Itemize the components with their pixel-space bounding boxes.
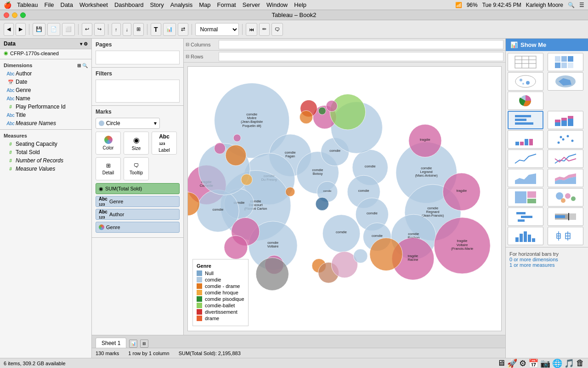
bubble-17[interactable] — [443, 173, 481, 211]
menu-help[interactable]: Help — [294, 1, 306, 8]
taskbar-icon-misc1[interactable]: ⚙ — [519, 358, 526, 368]
toolbar-chart-type[interactable]: 📊 — [163, 23, 176, 36]
search-icon[interactable]: 🔍 — [568, 2, 575, 8]
toolbar-undo[interactable]: ↩ — [82, 23, 92, 36]
marks-field-total-sold[interactable]: ◉ SUM(Total Sold) — [96, 183, 180, 194]
menu-tableau[interactable]: Tableau — [17, 1, 38, 8]
close-button[interactable] — [4, 12, 9, 18]
bubble-26[interactable] — [330, 94, 365, 130]
field-total-sold[interactable]: # Total Sold — [0, 148, 91, 156]
menu-server[interactable]: Server — [243, 1, 260, 8]
chart-btn-box-plot[interactable] — [548, 227, 583, 245]
toolbar-redo[interactable]: ↪ — [94, 23, 105, 36]
marks-field-genre-color[interactable]: Genre — [96, 222, 180, 233]
bubble-46[interactable] — [354, 249, 368, 263]
marks-detail-btn[interactable]: ⊞ Detail — [96, 157, 121, 180]
menu-extra-icon[interactable]: ☰ — [579, 2, 584, 8]
marks-size-btn[interactable]: ◉ Size — [124, 132, 149, 155]
chart-btn-text-table[interactable] — [508, 53, 543, 71]
field-author[interactable]: Abc Author — [0, 69, 91, 78]
bubble-43[interactable] — [326, 100, 337, 111]
bubble-39[interactable] — [226, 145, 246, 166]
menu-file[interactable]: File — [45, 1, 54, 8]
menu-map[interactable]: Map — [199, 1, 210, 8]
marks-label-btn[interactable]: Abc123 Label — [152, 132, 177, 155]
taskbar-icon-trash[interactable]: 🗑 — [576, 358, 584, 368]
viz-canvas-area[interactable]: comdieMolire(Jean-BaptistePoquelin dit)c… — [187, 66, 502, 331]
chart-btn-line[interactable] — [508, 150, 543, 168]
rows-content[interactable] — [219, 52, 503, 61]
bubble-33[interactable] — [256, 258, 288, 290]
taskbar-icon-misc5[interactable]: 🎵 — [564, 358, 574, 368]
field-genre[interactable]: Abc Genre — [0, 86, 91, 94]
bubble-28[interactable] — [300, 110, 313, 124]
chart-btn-bullet[interactable] — [548, 207, 583, 226]
marks-tooltip-btn[interactable]: 🗨 Tooltip — [124, 157, 149, 180]
new-sheet-btn[interactable]: 📊 — [129, 339, 137, 348]
toolbar-tooltip-btn[interactable]: 🗨 — [271, 23, 283, 36]
chart-btn-treemap[interactable] — [508, 188, 543, 207]
menu-window[interactable]: Window — [266, 1, 288, 8]
maximize-button[interactable] — [20, 12, 26, 18]
toolbar-sort-desc[interactable]: ↓ — [123, 23, 132, 36]
toolbar-save[interactable]: 💾 — [33, 23, 45, 36]
chart-btn-scatter[interactable] — [548, 130, 583, 149]
chart-btn-area[interactable] — [508, 169, 543, 187]
chart-btn-circle-view[interactable] — [548, 188, 583, 207]
toolbar-annotate[interactable]: ✏ — [259, 23, 270, 36]
menu-dashboard[interactable]: Dashboard — [114, 1, 144, 8]
toolbar-back[interactable]: ◀ — [4, 23, 14, 36]
apple-menu[interactable]: 🍎 — [4, 1, 11, 9]
chart-btn-dual-line[interactable] — [548, 150, 583, 168]
pages-shelf[interactable] — [96, 51, 180, 64]
field-name[interactable]: Abc Name — [0, 94, 91, 103]
field-date[interactable]: 📅 Date — [0, 78, 91, 86]
chart-btn-stacked-area[interactable] — [548, 169, 583, 187]
chart-btn-filled-map[interactable] — [548, 72, 583, 91]
chart-btn-symbol-map[interactable] — [508, 72, 543, 91]
rows-shelf[interactable]: ⊟ Rows — [184, 51, 505, 63]
menu-worksheet[interactable]: Worksheet — [79, 1, 108, 8]
bubble-29[interactable] — [241, 174, 252, 185]
bubble-19[interactable] — [434, 218, 490, 274]
field-measure-values[interactable]: # Measure Values — [0, 165, 91, 173]
field-num-records[interactable]: # Number of Records — [0, 156, 91, 165]
menu-analysis[interactable]: Analysis — [170, 1, 192, 8]
chart-btn-pie[interactable] — [508, 92, 543, 110]
marks-color-btn[interactable]: Color — [96, 132, 121, 155]
chart-btn-histogram[interactable] — [508, 227, 543, 245]
chart-btn-gantt[interactable] — [508, 207, 543, 226]
field-play-perf-id[interactable]: # Play Performance Id — [0, 103, 91, 111]
bubble-38[interactable] — [285, 187, 294, 196]
filters-shelf[interactable] — [96, 80, 180, 103]
marks-type-dropdown[interactable]: Circle ▾ — [96, 118, 160, 129]
menu-format[interactable]: Format — [217, 1, 236, 8]
toolbar-new[interactable]: 📄 — [47, 23, 60, 36]
chart-btn-stacked-bar[interactable] — [548, 111, 583, 129]
field-title[interactable]: Abc Title — [0, 111, 91, 119]
bubble-41[interactable] — [214, 143, 225, 154]
marks-field-author[interactable]: Abc123 Author — [96, 209, 180, 220]
marks-field-genre1[interactable]: Abc123 Genre — [96, 196, 180, 207]
columns-content[interactable] — [219, 40, 503, 49]
view-mode-dropdown[interactable]: Normal Entire View Fit Width Fit Height — [195, 23, 239, 36]
new-dashboard-btn[interactable]: ⊞ — [140, 339, 148, 348]
toolbar-duplicate[interactable]: ⬜ — [62, 23, 75, 36]
menu-data[interactable]: Data — [61, 1, 73, 8]
menu-story[interactable]: Story — [150, 1, 164, 8]
bubble-16[interactable] — [409, 124, 441, 157]
taskbar-icon-launchpad[interactable]: 🚀 — [507, 358, 517, 368]
data-source-item[interactable]: ◉ CFRP-1770s-cleaned — [0, 49, 91, 57]
toolbar-forward[interactable]: ▶ — [16, 23, 26, 36]
bubble-44[interactable] — [318, 107, 326, 115]
bubble-31[interactable] — [224, 236, 248, 259]
toolbar-sort-asc[interactable]: ↑ — [112, 23, 121, 36]
bubble-45[interactable] — [370, 238, 402, 270]
toolbar-swap[interactable]: ⇄ — [178, 23, 188, 36]
sheet-tab-1[interactable]: Sheet 1 — [96, 338, 126, 348]
field-seating-cap[interactable]: # Seating Capacity — [0, 140, 91, 148]
taskbar-icon-misc4[interactable]: 🌐 — [552, 358, 562, 368]
taskbar-icon-misc3[interactable]: 📷 — [540, 358, 550, 368]
bubble-37[interactable] — [316, 197, 329, 211]
columns-shelf[interactable]: ⊟ Columns — [184, 39, 505, 51]
